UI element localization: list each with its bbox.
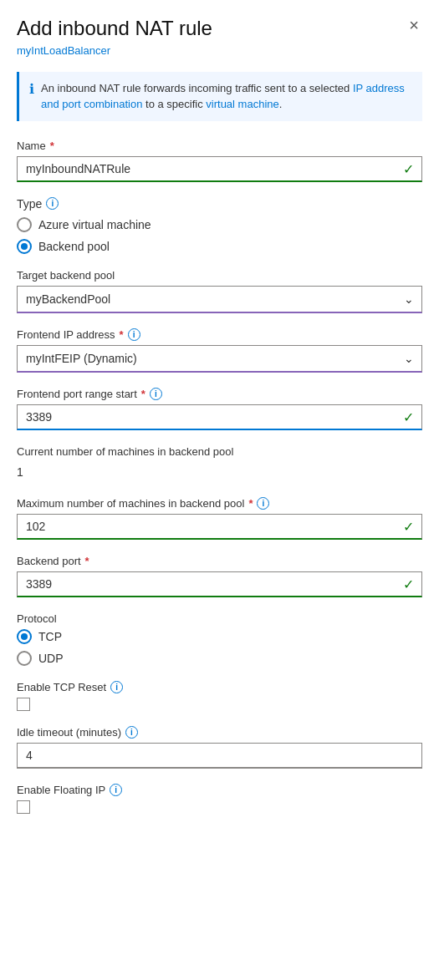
frontend-port-range-group: Frontend port range start * i ✓ [17, 388, 422, 430]
enable-floating-ip-checkbox[interactable] [17, 800, 30, 814]
info-banner: ℹ An inbound NAT rule forwards incoming … [17, 72, 422, 121]
backend-port-group: Backend port * ✓ [17, 555, 422, 597]
max-machines-input-wrapper: ✓ [17, 514, 422, 540]
enable-tcp-reset-group: Enable TCP Reset i [17, 681, 422, 711]
max-machines-label: Maximum number of machines in backend po… [17, 497, 422, 510]
enable-floating-ip-label: Enable Floating IP i [17, 784, 422, 796]
info-highlight2: virtual machine [206, 98, 278, 110]
idle-timeout-group: Idle timeout (minutes) i [17, 726, 422, 769]
enable-floating-ip-checkbox-item[interactable] [17, 800, 422, 814]
name-check-icon: ✓ [403, 161, 414, 177]
current-machines-group: Current number of machines in backend po… [17, 445, 422, 482]
type-label-row: Type i [17, 197, 422, 211]
protocol-tcp-option[interactable]: TCP [17, 629, 422, 644]
frontend-ip-label: Frontend IP address * i [17, 328, 422, 341]
enable-tcp-reset-checkbox-item[interactable] [17, 698, 422, 711]
enable-floating-ip-group: Enable Floating IP i [17, 784, 422, 814]
type-label-text: Type [17, 197, 42, 211]
backend-port-label-text: Backend port [17, 555, 81, 567]
protocol-udp-radio[interactable] [17, 651, 32, 666]
frontend-port-range-label: Frontend port range start * i [17, 388, 422, 400]
type-azure-vm-label: Azure virtual machine [38, 218, 151, 231]
enable-tcp-reset-label-text: Enable TCP Reset [17, 681, 106, 693]
type-field-group: Type i Azure virtual machine Backend poo… [17, 197, 422, 254]
frontend-port-range-required-marker: * [141, 388, 145, 400]
type-radio-group: Azure virtual machine Backend pool [17, 217, 422, 254]
protocol-udp-label: UDP [38, 652, 64, 665]
name-required-marker: * [50, 140, 54, 152]
frontend-ip-group: Frontend IP address * i myIntFEIP (Dynam… [17, 328, 422, 373]
name-label: Name * [17, 140, 422, 152]
protocol-radio-group: TCP UDP [17, 629, 422, 666]
protocol-label-text: Protocol [17, 612, 57, 625]
enable-floating-ip-info-icon[interactable]: i [110, 784, 122, 796]
target-backend-pool-label: Target backend pool [17, 269, 422, 282]
current-machines-label-text: Current number of machines in backend po… [17, 445, 233, 458]
max-machines-check-icon: ✓ [403, 519, 414, 535]
idle-timeout-input-wrapper [17, 743, 422, 769]
frontend-port-range-input[interactable] [17, 404, 422, 430]
info-banner-text: An inbound NAT rule forwards incoming tr… [41, 80, 412, 113]
backend-port-input[interactable] [17, 571, 422, 597]
protocol-tcp-label: TCP [38, 630, 62, 643]
protocol-udp-option[interactable]: UDP [17, 651, 422, 666]
backend-port-input-wrapper: ✓ [17, 571, 422, 597]
idle-timeout-info-icon[interactable]: i [125, 726, 138, 739]
max-machines-group: Maximum number of machines in backend po… [17, 497, 422, 540]
current-machines-value: 1 [17, 462, 422, 482]
idle-timeout-label: Idle timeout (minutes) i [17, 726, 422, 739]
target-backend-pool-group: Target backend pool myBackendPool ⌄ [17, 269, 422, 313]
max-machines-required-marker: * [248, 497, 253, 510]
max-machines-info-icon[interactable]: i [257, 497, 269, 510]
backend-port-check-icon: ✓ [403, 576, 414, 592]
frontend-ip-info-icon[interactable]: i [128, 328, 140, 341]
enable-tcp-reset-label: Enable TCP Reset i [17, 681, 422, 693]
name-input-wrapper: ✓ [17, 156, 422, 182]
type-azure-vm-radio[interactable] [17, 217, 32, 232]
name-field-group: Name * ✓ [17, 140, 422, 182]
idle-timeout-label-text: Idle timeout (minutes) [17, 726, 121, 739]
frontend-ip-required-marker: * [120, 328, 124, 341]
backend-port-label: Backend port * [17, 555, 422, 567]
backend-port-required-marker: * [85, 555, 89, 567]
frontend-port-range-label-text: Frontend port range start [17, 388, 137, 400]
frontend-port-range-info-icon[interactable]: i [150, 388, 162, 400]
target-backend-pool-select[interactable]: myBackendPool [17, 286, 422, 313]
info-banner-icon: ℹ [29, 81, 34, 97]
panel-header: Add inbound NAT rule × [17, 17, 422, 41]
protocol-group: Protocol TCP UDP [17, 612, 422, 666]
idle-timeout-input[interactable] [17, 743, 422, 769]
type-azure-vm-option[interactable]: Azure virtual machine [17, 217, 422, 232]
enable-floating-ip-label-text: Enable Floating IP [17, 784, 105, 796]
target-backend-pool-label-text: Target backend pool [17, 269, 115, 282]
name-label-text: Name [17, 140, 46, 152]
frontend-port-range-input-wrapper: ✓ [17, 404, 422, 430]
frontend-ip-dropdown-wrapper: myIntFEIP (Dynamic) ⌄ [17, 345, 422, 373]
current-machines-label: Current number of machines in backend po… [17, 445, 422, 458]
enable-tcp-reset-info-icon[interactable]: i [110, 681, 123, 693]
panel-title: Add inbound NAT rule [17, 17, 212, 41]
type-info-icon[interactable]: i [46, 197, 59, 210]
max-machines-input[interactable] [17, 514, 422, 540]
panel-subtitle: myIntLoadBalancer [17, 44, 422, 57]
enable-tcp-reset-checkbox[interactable] [17, 698, 30, 711]
name-input[interactable] [17, 156, 422, 182]
frontend-ip-select[interactable]: myIntFEIP (Dynamic) [17, 345, 422, 373]
protocol-label: Protocol [17, 612, 422, 625]
close-button[interactable]: × [406, 17, 422, 33]
type-backend-pool-label: Backend pool [38, 240, 110, 253]
frontend-port-range-check-icon: ✓ [403, 409, 414, 425]
type-backend-pool-radio[interactable] [17, 239, 32, 254]
target-backend-pool-dropdown-wrapper: myBackendPool ⌄ [17, 286, 422, 313]
max-machines-label-text: Maximum number of machines in backend po… [17, 497, 244, 510]
type-backend-pool-option[interactable]: Backend pool [17, 239, 422, 254]
add-nat-rule-panel: Add inbound NAT rule × myIntLoadBalancer… [0, 0, 439, 854]
protocol-tcp-radio[interactable] [17, 629, 32, 644]
frontend-ip-label-text: Frontend IP address [17, 328, 115, 341]
